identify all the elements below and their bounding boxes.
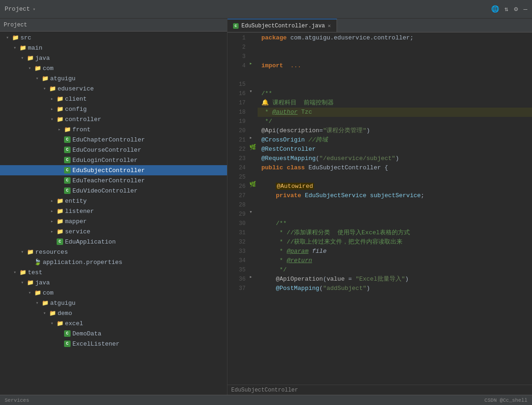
- tree-item-service[interactable]: 📁 service: [0, 226, 227, 237]
- folder-com-test-icon: 📁: [33, 289, 42, 296]
- breadcrumb-bar: EduSubjectController: [227, 385, 532, 395]
- tree-item-atguigu[interactable]: 📁 atguigu: [0, 73, 227, 84]
- fold-icon-23[interactable]: ▸: [249, 135, 253, 141]
- code-line-36: @ApiOperation(value = "Excel批量导入"): [258, 275, 532, 284]
- class-DemoData-icon: C: [63, 330, 71, 337]
- tree-item-mapper[interactable]: 📁 mapper: [0, 216, 227, 226]
- status-left: Services: [5, 398, 29, 403]
- arrow-controller: [48, 116, 56, 122]
- tree-item-EduChapterController[interactable]: C EduChapterController: [0, 135, 227, 145]
- project-tree[interactable]: 📁 src 📁 main 📁 java 📁 c: [0, 32, 227, 395]
- arrow-client: [48, 96, 56, 102]
- arrow-service: [48, 229, 56, 234]
- tab-EduSubjectController[interactable]: C EduSubjectController.java ✕: [227, 19, 337, 32]
- tree-item-application-properties[interactable]: 🍃 application.properties: [0, 257, 227, 267]
- arrow-atguigu: [33, 76, 41, 81]
- arrow-atguigu-test: [33, 300, 41, 306]
- folder-eduservice-icon: 📁: [48, 85, 57, 92]
- tab-bar: C EduSubjectController.java ✕: [227, 19, 532, 32]
- folder-front-icon: 📁: [63, 126, 71, 133]
- arrow-java: [19, 55, 26, 61]
- tree-item-controller[interactable]: 📁 controller: [0, 114, 227, 124]
- folder-com-icon: 📁: [33, 64, 42, 72]
- class-EduLoginController-icon: C: [63, 156, 71, 164]
- code-line-29: [258, 210, 532, 219]
- tree-item-entity[interactable]: 📁 entity: [0, 196, 227, 206]
- code-content[interactable]: package com.atguigu.eduservice.controlle…: [258, 32, 532, 385]
- tree-item-atguigu-test[interactable]: 📁 atguigu: [0, 298, 227, 308]
- tree-item-java-test[interactable]: 📁 java: [0, 277, 227, 288]
- tree-item-client[interactable]: 📁 client: [0, 94, 227, 104]
- class-EduVideoController-icon: C: [63, 187, 71, 194]
- tree-item-EduApplication[interactable]: C EduApplication: [0, 237, 227, 247]
- tree-item-EduCourseController[interactable]: C EduCourseController: [0, 145, 227, 155]
- folder-excel-icon: 📁: [56, 320, 64, 327]
- folder-src-icon: 📁: [11, 34, 19, 41]
- tree-item-EduLoginController[interactable]: C EduLoginController: [0, 155, 227, 165]
- class-EduApplication-icon: C: [56, 238, 64, 245]
- code-line-37: @PostMapping("addSubject"): [258, 284, 532, 293]
- title-bar-icons: 🌐 ⇅ ⚙ —: [491, 5, 527, 13]
- class-EduCourseController-icon: C: [63, 146, 71, 154]
- sidebar-title: Project: [4, 22, 27, 28]
- class-ExcelListener-icon: C: [63, 340, 71, 347]
- folder-entity-icon: 📁: [56, 197, 64, 205]
- fold-icon-4[interactable]: ▸: [249, 60, 253, 66]
- tree-item-EduTeacherController[interactable]: C EduTeacherController: [0, 175, 227, 186]
- code-editor: 1 2 3 4 15 16 17 18 19 20 21 22 23 24 25…: [227, 32, 532, 385]
- tree-item-config[interactable]: 📁 config: [0, 104, 227, 114]
- tree-item-java[interactable]: 📁 java: [0, 53, 227, 63]
- tree-item-test[interactable]: 📁 test: [0, 267, 227, 277]
- status-bar: Services CSDN @Cc_shell: [0, 395, 532, 405]
- tree-item-resources[interactable]: 📁 resources: [0, 247, 227, 257]
- code-line-16: /**: [258, 89, 532, 98]
- tree-item-demo[interactable]: 📁 demo: [0, 308, 227, 318]
- code-line-32: * //获取上传过来文件，把文件内容读取出来: [258, 238, 532, 247]
- code-line-27: private EduSubjectService subjectService…: [258, 191, 532, 200]
- code-line-18: * @author Tzc: [258, 108, 532, 117]
- tree-item-com[interactable]: 📁 com: [0, 63, 227, 73]
- code-line-34: * @return: [258, 256, 532, 265]
- fold-icon-37[interactable]: ▸: [249, 274, 253, 280]
- tree-item-excel[interactable]: 📁 excel: [0, 318, 227, 328]
- globe-icon[interactable]: 🌐: [491, 5, 499, 13]
- tree-item-front[interactable]: 📁 front: [0, 124, 227, 135]
- minimize-icon[interactable]: —: [524, 6, 527, 13]
- code-line-28: [258, 200, 532, 210]
- folder-service-icon: 📁: [56, 228, 64, 235]
- arrow-entity: [48, 198, 56, 204]
- class-EduSubjectController-icon: C: [63, 167, 71, 174]
- code-line-gap: [258, 71, 532, 80]
- tree-item-ExcelListener[interactable]: C ExcelListener: [0, 339, 227, 349]
- breadcrumb-text: EduSubjectController: [231, 387, 298, 393]
- code-line-35: */: [258, 265, 532, 275]
- fold-icon-16[interactable]: ▾: [249, 88, 253, 94]
- tree-item-DemoData[interactable]: C DemoData: [0, 328, 227, 339]
- arrow-eduservice: [41, 86, 48, 91]
- tree-item-EduSubjectController[interactable]: C EduSubjectController: [0, 165, 227, 175]
- class-EduChapterController-icon: C: [63, 136, 71, 143]
- folder-listener-icon: 📁: [56, 207, 64, 215]
- code-line-30: /**: [258, 219, 532, 228]
- tree-item-com-test[interactable]: 📁 com: [0, 288, 227, 298]
- tree-item-listener[interactable]: 📁 listener: [0, 206, 227, 216]
- project-label: Project: [5, 6, 30, 13]
- code-line-2: [258, 43, 532, 52]
- code-line-15: [258, 80, 532, 89]
- tree-item-src[interactable]: 📁 src: [0, 32, 227, 43]
- title-bar-left: Project ▾: [5, 6, 36, 13]
- sync-icon[interactable]: ⇅: [505, 5, 508, 13]
- fold-icon-30[interactable]: ▾: [249, 209, 253, 215]
- tab-java-icon: C: [233, 23, 239, 29]
- tab-close-icon[interactable]: ✕: [328, 23, 331, 29]
- tree-item-EduVideoController[interactable]: C EduVideoController: [0, 186, 227, 196]
- tree-item-eduservice[interactable]: 📁 eduservice: [0, 84, 227, 94]
- folder-client-icon: 📁: [56, 95, 64, 103]
- tree-item-main[interactable]: 📁 main: [0, 43, 227, 53]
- arrow-demo: [41, 310, 48, 316]
- settings-icon[interactable]: ⚙: [514, 5, 518, 13]
- gutter: ▸ ▾ ▸ 🌿 🌿 ▾ ▸: [248, 32, 258, 385]
- dropdown-arrow[interactable]: ▾: [33, 6, 36, 12]
- status-right: CSDN @Cc_shell: [485, 398, 527, 403]
- arrow-com: [26, 65, 33, 71]
